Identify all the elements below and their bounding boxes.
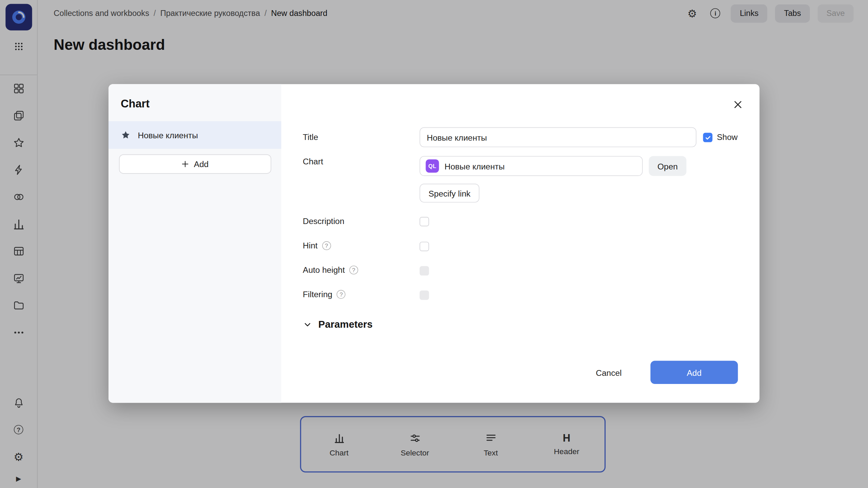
list-item-label: Новые клиенты xyxy=(138,130,198,140)
chart-field-label: Chart xyxy=(303,156,323,167)
add-button[interactable]: Add xyxy=(650,361,738,384)
dialog-form: Title Show Chart QL Новые клиенты Open S… xyxy=(281,84,760,403)
ql-badge: QL xyxy=(426,159,439,172)
filtering-checkbox xyxy=(420,290,429,300)
screen: ? ⚙ ▶ Collections and workbooks / Практи… xyxy=(0,0,868,488)
auto-height-checkbox xyxy=(420,266,429,276)
cancel-button[interactable]: Cancel xyxy=(589,361,628,384)
plus-icon xyxy=(181,160,189,168)
chart-list: Новые клиенты xyxy=(108,121,281,149)
chart-name: Новые клиенты xyxy=(445,161,505,171)
hint-checkbox[interactable] xyxy=(420,242,429,251)
title-input[interactable] xyxy=(420,127,696,147)
add-chart-dialog: Chart Новые клиенты Add xyxy=(108,84,760,403)
hint-help-icon[interactable]: ? xyxy=(322,241,331,250)
description-label: Description xyxy=(303,216,344,227)
title-field-label: Title xyxy=(303,132,318,143)
filtering-label: Filtering ? xyxy=(303,289,346,300)
show-checkbox-label: Show xyxy=(717,132,737,142)
star-icon xyxy=(121,130,131,140)
dialog-footer: Cancel Add xyxy=(589,361,738,384)
filtering-help-icon[interactable]: ? xyxy=(337,290,346,299)
chevron-down-icon xyxy=(303,320,312,329)
list-item[interactable]: Новые клиенты xyxy=(108,121,281,149)
dialog-left-pane: Chart Новые клиенты Add xyxy=(108,84,281,403)
auto-height-help-icon[interactable]: ? xyxy=(349,266,358,274)
check-icon xyxy=(705,134,711,141)
close-icon[interactable] xyxy=(731,97,745,111)
hint-label: Hint ? xyxy=(303,240,331,251)
auto-height-label: Auto height ? xyxy=(303,264,358,276)
dialog-title: Chart xyxy=(121,97,281,110)
specify-link-button[interactable]: Specify link xyxy=(420,184,479,203)
parameters-section-toggle[interactable]: Parameters xyxy=(303,319,373,330)
parameters-label: Parameters xyxy=(318,319,373,330)
description-checkbox[interactable] xyxy=(420,217,429,226)
show-checkbox[interactable] xyxy=(703,133,712,142)
add-tab-button[interactable]: Add xyxy=(119,155,271,174)
open-button[interactable]: Open xyxy=(649,156,686,176)
add-tab-label: Add xyxy=(194,159,209,169)
chart-select-field[interactable]: QL Новые клиенты xyxy=(420,156,643,176)
